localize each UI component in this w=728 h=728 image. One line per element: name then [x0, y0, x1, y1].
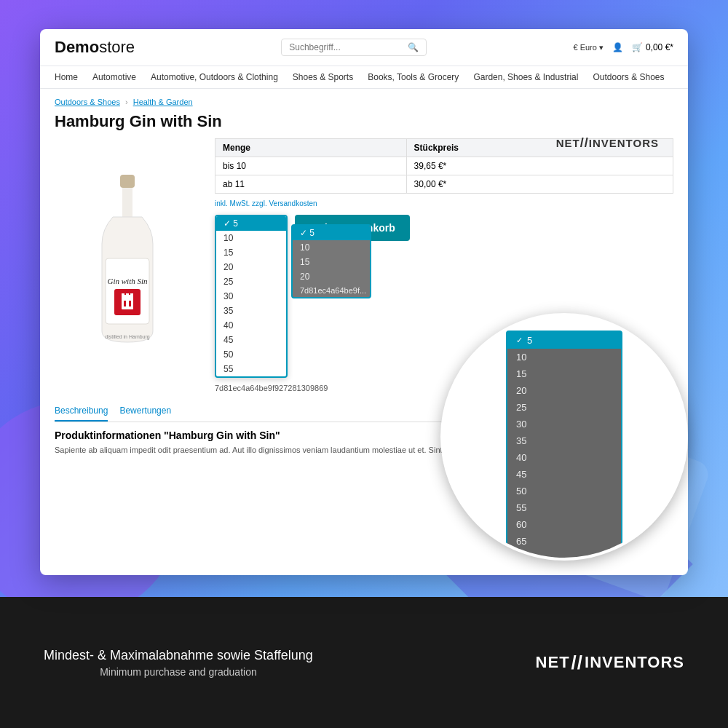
svg-rect-6 — [122, 293, 124, 298]
nav-outdoors-shoes[interactable]: Outdoors & Shoes — [593, 72, 664, 82]
bottom-logo-slash: // — [571, 652, 583, 674]
currency-selector[interactable]: € Euro ▾ — [573, 43, 603, 52]
qty-ab11: ab 11 — [215, 175, 407, 194]
svg-rect-8 — [130, 293, 133, 298]
qty-overlay-item-15[interactable]: 15 — [293, 255, 370, 269]
bottom-line1: Mindest- & Maximalabnahme sowie Staffelu… — [44, 648, 313, 663]
bottom-logo: NET // INVENTORS — [536, 652, 684, 674]
store-nav: Home Automotive Automotive, Outdoors & C… — [40, 66, 688, 89]
price-ab11: 30,00 €* — [406, 175, 673, 194]
qty-small-item-25[interactable]: 25 — [216, 274, 286, 289]
qty-small-item-10[interactable]: 10 — [216, 231, 286, 245]
qty-small-item-45[interactable]: 45 — [216, 333, 286, 347]
qty-big-item-55[interactable]: 55 — [507, 499, 621, 516]
qty-overlay-item-20[interactable]: 20 — [293, 269, 370, 284]
qty-small-item-15[interactable]: 15 — [216, 245, 286, 260]
qty-small-item-30[interactable]: 30 — [216, 289, 286, 304]
qty-dropdown-overlay[interactable]: ✓ 5 10 15 20 7d81ec4a64be9f... — [291, 224, 371, 298]
bottle-svg: Gin with Sin distilled in Hamburg — [80, 171, 175, 360]
store-header: Demostore 🔍 € Euro ▾ 👤 🛒 0,00 €* — [40, 29, 688, 66]
search-input[interactable] — [289, 42, 408, 52]
qty-small-item-35[interactable]: 35 — [216, 304, 286, 318]
svg-rect-7 — [126, 293, 129, 298]
qty-big-item-50[interactable]: 50 — [507, 483, 621, 499]
logo-light: store — [99, 38, 135, 56]
col-menge: Menge — [215, 139, 407, 157]
tab-bewertungen[interactable]: Bewertungen — [119, 401, 171, 422]
qty-big-item-10[interactable]: 10 — [507, 349, 621, 365]
cart-total: 0,00 €* — [646, 42, 673, 52]
svg-rect-10 — [129, 301, 131, 306]
breadcrumb-sep: › — [125, 98, 128, 106]
qty-big-item-30[interactable]: 30 — [507, 416, 621, 432]
qty-big-item-65[interactable]: 65 — [507, 533, 621, 550]
currency-label: € Euro — [573, 43, 596, 52]
qty-small-item-20[interactable]: 20 — [216, 260, 286, 274]
qty-small-item-55[interactable]: 55 — [216, 362, 286, 376]
qty-big-item-25[interactable]: 25 — [507, 399, 621, 416]
product-image-container: Gin with Sin distilled in Hamburg — [55, 138, 200, 392]
bottom-logo-prefix: NET — [536, 653, 570, 672]
nav-automotive[interactable]: Automotive — [92, 72, 136, 82]
store-logo: Demostore — [55, 38, 135, 57]
product-brand: NET//INVENTORS — [556, 135, 659, 151]
breadcrumb: Outdoors & Shoes › Health & Garden — [55, 98, 673, 106]
qty-overlay-item-5[interactable]: ✓ 5 — [293, 226, 370, 240]
qty-big-item-45[interactable]: 45 — [507, 466, 621, 483]
qty-big-item-5[interactable]: ✓ 5 — [507, 332, 621, 349]
search-icon[interactable]: 🔍 — [408, 42, 419, 52]
qty-big-item-60[interactable]: 60 — [507, 516, 621, 533]
breadcrumb-health[interactable]: Health & Garden — [133, 98, 193, 106]
qty-big-item-40[interactable]: 40 — [507, 449, 621, 466]
qty-small-item-50[interactable]: 50 — [216, 347, 286, 362]
qty-bis10: bis 10 — [215, 157, 407, 175]
breadcrumb-outdoors[interactable]: Outdoors & Shoes — [55, 98, 120, 106]
price-row-1: bis 10 39,65 €* — [215, 157, 673, 175]
product-title: Hamburg Gin with Sin — [55, 112, 673, 131]
qty-overlay-item-10[interactable]: 10 — [293, 240, 370, 255]
nav-garden-shoes[interactable]: Garden, Shoes & Industrial — [473, 72, 578, 82]
vat-info: inkl. MwSt. zzgl. Versandkosten — [215, 199, 673, 207]
header-right: € Euro ▾ 👤 🛒 0,00 €* — [573, 42, 673, 52]
qty-big-item-20[interactable]: 20 — [507, 382, 621, 399]
tab-beschreibung[interactable]: Beschreibung — [55, 401, 108, 422]
price-bis10: 39,65 €* — [406, 157, 673, 175]
user-icon[interactable]: 👤 — [612, 42, 623, 52]
svg-rect-9 — [124, 301, 126, 306]
product-id-value: 7d81ec4a64be9f927281309869 — [215, 384, 328, 392]
svg-text:distilled in Hamburg: distilled in Hamburg — [105, 334, 150, 340]
svg-rect-1 — [122, 188, 132, 217]
bottom-bar: Mindest- & Maximalabnahme sowie Staffelu… — [0, 597, 728, 728]
nav-books-tools[interactable]: Books, Tools & Grocery — [368, 72, 459, 82]
qty-dropdown-small[interactable]: ✓ 5 10 15 20 25 30 35 40 45 50 55 — [215, 215, 288, 378]
qty-small-item-40[interactable]: 40 — [216, 318, 286, 333]
qty-big-item-35[interactable]: 35 — [507, 432, 621, 449]
bottom-logo-suffix: INVENTORS — [585, 653, 684, 672]
qty-overlay-truncated: 7d81ec4a64be9f... — [293, 284, 370, 297]
qty-dropdown-big[interactable]: ✓ 5 10 15 20 25 30 35 40 45 50 55 60 65 … — [506, 331, 622, 561]
bottom-line2: Minimum purchase and graduation — [44, 666, 313, 678]
bottle-wrapper: Gin with Sin distilled in Hamburg — [80, 171, 175, 360]
svg-text:Gin with Sin: Gin with Sin — [107, 277, 148, 285]
nav-automotive-outdoors[interactable]: Automotive, Outdoors & Clothing — [151, 72, 278, 82]
nav-shoes-sports[interactable]: Shoes & Sports — [293, 72, 353, 82]
qty-big-item-15[interactable]: 15 — [507, 365, 621, 382]
bottom-text: Mindest- & Maximalabnahme sowie Staffelu… — [44, 648, 313, 678]
nav-home[interactable]: Home — [55, 72, 78, 82]
search-bar[interactable]: 🔍 — [281, 39, 427, 56]
logo-bold: Demo — [55, 38, 99, 56]
svg-rect-0 — [120, 175, 135, 188]
cart-info[interactable]: 🛒 0,00 €* — [632, 42, 673, 52]
product-title-row: Hamburg Gin with Sin NET//INVENTORS — [55, 112, 673, 131]
price-row-2: ab 11 30,00 €* — [215, 175, 673, 194]
qty-small-item-5[interactable]: ✓ 5 — [216, 216, 286, 231]
zoom-circle: ✓ 5 10 15 20 25 30 35 40 45 50 55 60 65 … — [440, 313, 688, 561]
